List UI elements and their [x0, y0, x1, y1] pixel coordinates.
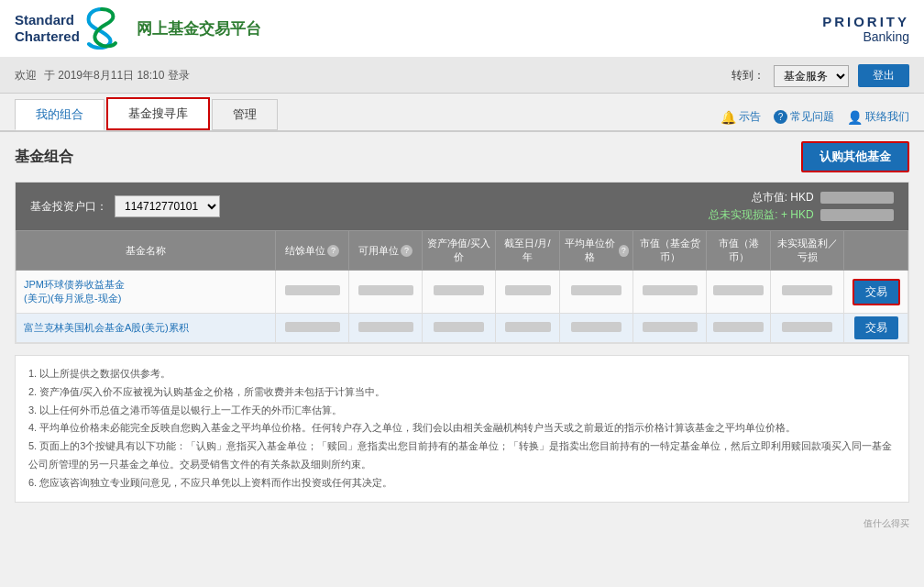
unrealized-cell-1 — [771, 271, 844, 314]
account-number-select[interactable]: 114712770101 — [115, 195, 220, 217]
goto-label: 转到： — [732, 68, 764, 83]
disclaimer-item-2: 2. 资产净值/买入价不应被视为认购基金之价格，所需收费并未包括于计算当中。 — [28, 383, 896, 402]
col-unrealized: 未实现盈利／亏损 — [771, 231, 844, 271]
sc-logo: Standard Chartered — [15, 7, 118, 50]
balance-units-cell-2 — [276, 314, 349, 343]
col-market-value-hkd: 市值（港币） — [707, 231, 771, 271]
page-title: 基金组合 — [15, 148, 73, 167]
login-info: 于 2019年8月11日 18:10 登录 — [44, 68, 190, 83]
disclaimer-item-6: 6. 您应该咨询独立专业顾问意见，不应只单凭以上资料而作出投资或任何其决定。 — [28, 474, 896, 493]
disclaimer-item-3: 3. 以上任何外币总值之港币等值是以银行上一工作天的外币汇率估算。 — [28, 402, 896, 420]
col-avg-price: 平均单位价格 ? — [560, 231, 633, 271]
avg-price-cell-1 — [560, 271, 633, 314]
goto-select[interactable]: 基金服务 其他服务 — [774, 65, 849, 87]
tab-management[interactable]: 管理 — [212, 99, 278, 130]
nav-cell-2 — [423, 314, 496, 343]
nav-bar: 欢迎 于 2019年8月11日 18:10 登录 转到： 基金服务 其他服务 登… — [0, 59, 924, 94]
account-select-area: 基金投资户口： 114712770101 — [30, 195, 220, 217]
trade-button-2[interactable]: 交易 — [854, 316, 898, 339]
tabs-bar: 我的组合 基金搜寻库 管理 🔔 示告 ? 常见问题 👤 联络我们 — [0, 94, 924, 132]
tab-fund-search[interactable]: 基金搜寻库 — [106, 97, 210, 130]
contact-action[interactable]: 👤 联络我们 — [847, 109, 909, 125]
disclaimer-section: 1. 以上所提供之数据仅供参考。 2. 资产净值/买入价不应被视为认购基金之价格… — [15, 355, 909, 503]
disclaimer-item-4: 4. 平均单位价格未必能完全反映自您购入基金之平均单位价格。任何转户存入之单位，… — [28, 419, 896, 437]
balance-units-cell-1 — [276, 271, 349, 314]
tabs: 我的组合 基金搜寻库 管理 — [15, 94, 280, 130]
total-market-value: 总市值: HKD — [709, 190, 894, 205]
tab-actions: 🔔 示告 ? 常见问题 👤 联络我们 — [720, 109, 909, 130]
person-icon: 👤 — [847, 110, 863, 125]
nav-right: 转到： 基金服务 其他服务 登出 — [732, 64, 909, 87]
total-value-blurred — [820, 192, 894, 204]
action-cell-1: 交易 — [844, 271, 908, 314]
date-cell-2 — [496, 314, 560, 343]
logout-button[interactable]: 登出 — [858, 64, 909, 87]
unrealized-cell-2 — [771, 314, 844, 343]
fund-account-section: 基金投资户口： 114712770101 总市值: HKD 总未实现损益: + … — [15, 182, 909, 344]
available-units-cell-2 — [349, 314, 423, 343]
unrealized-gain-loss: 总未实现损益: + HKD — [709, 207, 894, 223]
unrealized-value-blurred — [820, 209, 894, 221]
sc-brand-text: Standard Chartered — [15, 12, 80, 45]
col-market-value-fund: 市值（基金货币） — [633, 231, 707, 271]
trade-button-1[interactable]: 交易 — [852, 279, 900, 305]
account-header: 基金投资户口： 114712770101 总市值: HKD 总未实现损益: + … — [16, 183, 908, 230]
header: Standard Chartered 网上基金交易平台 PRIORITY Ban… — [0, 0, 924, 59]
market-value-hkd-cell-1 — [707, 271, 771, 314]
account-label: 基金投资户口： — [30, 199, 107, 215]
avg-price-cell-2 — [560, 314, 633, 343]
col-action — [844, 231, 908, 271]
bell-icon: 🔔 — [720, 110, 736, 125]
fund-name-link-2[interactable]: 富兰克林美国机会基金A股(美元)累积 — [24, 322, 189, 333]
sc-swoosh-icon — [85, 7, 118, 50]
question-icon: ? — [774, 110, 787, 124]
fund-name-cell-2: 富兰克林美国机会基金A股(美元)累积 — [16, 314, 276, 343]
brand-line1: Standard — [15, 12, 80, 28]
balance-units-help-icon[interactable]: ? — [327, 245, 339, 257]
logo-area: Standard Chartered 网上基金交易平台 — [15, 7, 261, 50]
source-attribution: 值什么得买 — [0, 514, 924, 534]
table-row: 富兰克林美国机会基金A股(美元)累积 — [16, 314, 908, 343]
available-units-cell-1 — [349, 271, 423, 314]
col-fund-name: 基金名称 — [16, 231, 276, 271]
fund-name-cell: JPM环球债券收益基金 (美元)(每月派息-现金) — [16, 271, 276, 314]
banking-label: Banking — [822, 29, 909, 44]
col-nav: 资产净值/买入价 — [423, 231, 496, 271]
table-row: JPM环球债券收益基金 (美元)(每月派息-现金) — [16, 271, 908, 314]
platform-title: 网上基金交易平台 — [137, 18, 261, 39]
available-units-help-icon[interactable]: ? — [401, 245, 412, 257]
tab-my-portfolio[interactable]: 我的组合 — [15, 99, 104, 130]
fund-table: 基金名称 结馀单位 ? 可用单位 ? 资产净值/买入价 — [16, 230, 908, 343]
welcome-text: 欢迎 — [15, 68, 37, 83]
date-cell-1 — [496, 271, 560, 314]
avg-price-help-icon[interactable]: ? — [619, 245, 629, 257]
account-summary: 总市值: HKD 总未实现损益: + HKD — [709, 190, 894, 223]
market-value-hkd-cell-2 — [707, 314, 771, 343]
nav-cell-1 — [423, 271, 496, 314]
nav-left: 欢迎 于 2019年8月11日 18:10 登录 — [15, 68, 190, 83]
action-cell-2: 交易 — [844, 314, 908, 343]
subscribe-other-fund-button[interactable]: 认购其他基金 — [801, 141, 909, 172]
market-value-fund-cell-1 — [633, 271, 707, 314]
page-header: 基金组合 认购其他基金 — [0, 132, 924, 182]
faq-action[interactable]: ? 常见问题 — [774, 109, 834, 125]
col-date: 截至日/月/年 — [496, 231, 560, 271]
priority-banking: PRIORITY Banking — [822, 14, 909, 44]
col-available-units: 可用单位 ? — [349, 231, 423, 271]
priority-label: PRIORITY — [822, 14, 909, 29]
col-balance-units: 结馀单位 ? — [276, 231, 349, 271]
disclaimer-item-1: 1. 以上所提供之数据仅供参考。 — [28, 365, 896, 383]
notices-action[interactable]: 🔔 示告 — [720, 109, 761, 125]
disclaimer-item-5: 5. 页面上的3个按键具有以下功能：「认购」意指买入基金单位；「赎回」意指卖出您… — [28, 437, 896, 474]
fund-name-link-1[interactable]: JPM环球债券收益基金 (美元)(每月派息-现金) — [24, 279, 125, 304]
brand-line2: Chartered — [15, 28, 80, 45]
market-value-fund-cell-2 — [633, 314, 707, 343]
